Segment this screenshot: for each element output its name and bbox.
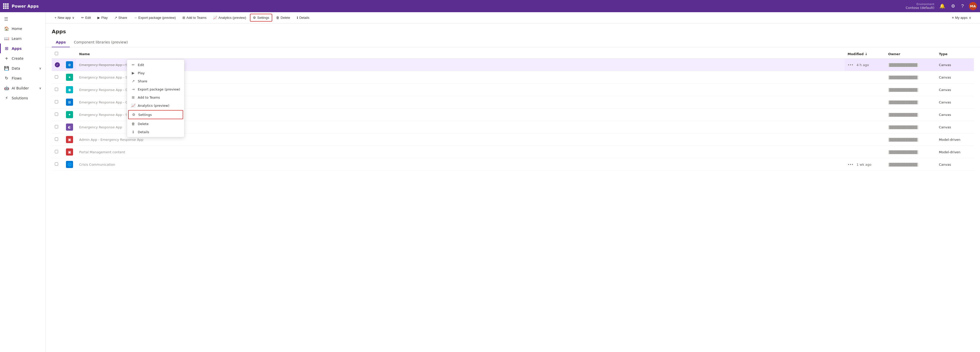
app-icon: ⊕: [66, 61, 73, 68]
sidebar-item-learn[interactable]: 📖 Learn: [0, 34, 45, 43]
main-content: Apps Apps Component libraries (preview): [46, 23, 980, 352]
sidebar-item-label: AI Builder: [12, 86, 29, 90]
owner-name: ████████████: [888, 138, 918, 142]
avatar[interactable]: MA: [969, 2, 977, 10]
teams-icon: ⊞: [182, 16, 185, 19]
context-menu-share[interactable]: ↗ Share: [127, 77, 184, 85]
share-button[interactable]: ↗ Share: [111, 14, 130, 21]
export-package-button[interactable]: → Export package (preview): [131, 14, 178, 21]
row-checkbox[interactable]: [55, 125, 58, 128]
app-type: Canvas: [936, 71, 974, 83]
environment-name: Contoso (default): [906, 6, 934, 10]
sidebar-item-label: Solutions: [12, 96, 28, 100]
app-type: Canvas: [936, 109, 974, 121]
modified-time: 1 wk ago: [856, 163, 872, 166]
more-icon-row1: •••: [848, 63, 853, 67]
sidebar-item-ai-builder[interactable]: 🤖 AI Builder ∨: [0, 83, 45, 93]
col-header-owner[interactable]: Owner: [885, 49, 936, 59]
sidebar-collapse-button[interactable]: ☰: [0, 14, 45, 24]
edit-button[interactable]: ✏ Edit: [78, 14, 94, 21]
table-row[interactable]: ◐ Emergency Response App ████████████ Ca…: [52, 121, 974, 133]
table-row[interactable]: ◉ Emergency Response App - Discharge pla…: [52, 83, 974, 96]
table-row[interactable]: ✦ Emergency Response App - Staffing need…: [52, 109, 974, 121]
select-all-checkbox[interactable]: [55, 52, 58, 55]
table-row[interactable]: ▣ Portal Management content ████████████…: [52, 146, 974, 158]
app-name: Portal Management content: [76, 146, 845, 158]
table-row[interactable]: ▣ Admin App - Emergency Response App ███…: [52, 133, 974, 146]
notification-button[interactable]: 🔔: [939, 2, 946, 10]
context-menu-play[interactable]: ▶ Play: [127, 69, 184, 77]
app-title: Power Apps: [12, 4, 39, 9]
app-icon: ◐: [66, 123, 73, 131]
app-name: Emergency Response App - Discharge plann…: [76, 83, 845, 96]
sidebar: ☰ 🏠 Home 📖 Learn ⊞ Apps + Create 💾 Data …: [0, 12, 46, 352]
context-menu-settings[interactable]: ⚙️ Settings: [128, 110, 183, 119]
app-name: Emergency Response App - COVID-19 data: [76, 96, 845, 109]
app-icon: ▣: [66, 136, 73, 143]
table-row[interactable]: 🌐 Crisis Communication ••• 1 wk ago ████…: [52, 158, 974, 171]
delete-button[interactable]: 🗑 Delete: [273, 14, 293, 21]
sidebar-item-home[interactable]: 🏠 Home: [0, 24, 45, 34]
context-menu-add-to-teams[interactable]: ⊞ Add to Teams: [127, 93, 184, 101]
ai-builder-icon: 🤖: [4, 86, 9, 91]
sidebar-item-label: Home: [12, 27, 22, 31]
row-checkbox[interactable]: [55, 100, 58, 104]
owner-name: ████████████: [888, 101, 918, 104]
sidebar-item-label: Data: [12, 66, 20, 70]
app-name: Admin App - Emergency Response App: [76, 133, 845, 146]
page-title: Apps: [52, 29, 974, 35]
sidebar-item-data[interactable]: 💾 Data ∨: [0, 63, 45, 73]
sidebar-item-flows[interactable]: ↻ Flows: [0, 73, 45, 83]
app-type: Canvas: [936, 158, 974, 171]
play-icon: ▶: [131, 71, 135, 75]
new-app-button[interactable]: + New app ∨: [52, 14, 77, 21]
context-menu-export[interactable]: → Export package (preview): [127, 85, 184, 93]
row-checkbox[interactable]: [55, 162, 58, 166]
tab-component-libraries[interactable]: Component libraries (preview): [70, 38, 132, 47]
analytics-icon: 📈: [131, 104, 135, 107]
app-name: Emergency Response App: [76, 121, 845, 133]
context-menu-edit[interactable]: ✏️ Edit: [127, 61, 184, 69]
table-row[interactable]: ⊞ Emergency Response App - COVID-19 data…: [52, 96, 974, 109]
sidebar-item-label: Flows: [12, 76, 22, 80]
app-launcher-icon[interactable]: [3, 3, 9, 9]
owner-name: ████████████: [888, 113, 918, 117]
row-checkbox[interactable]: [55, 150, 58, 153]
details-button[interactable]: ℹ Details: [294, 14, 312, 21]
table-row[interactable]: ✦ Emergency Response App - Self - equipm…: [52, 71, 974, 83]
row-checkbox[interactable]: [55, 113, 58, 116]
settings-button[interactable]: ⚙: [950, 2, 956, 10]
row-checkbox[interactable]: [55, 88, 58, 91]
row-check-selected[interactable]: ✓: [55, 62, 60, 67]
sidebar-item-create[interactable]: + Create: [0, 53, 45, 63]
apps-icon: ⊞: [4, 46, 9, 51]
add-to-teams-button[interactable]: ⊞ Add to Teams: [180, 14, 209, 21]
modified-time: 4 h ago: [856, 63, 869, 67]
context-menu-analytics[interactable]: 📈 Analytics (preview): [127, 101, 184, 110]
col-header-modified[interactable]: Modified ↓: [845, 49, 885, 59]
settings-button[interactable]: ⚙ Settings: [250, 14, 272, 22]
app-name: Emergency Response App - Self - equipmen…: [76, 71, 845, 83]
sidebar-item-solutions[interactable]: ⚡ Solutions: [0, 93, 45, 103]
learn-icon: 📖: [4, 36, 9, 41]
app-icon: ⊞: [66, 99, 73, 106]
analytics-button[interactable]: 📈 Analytics (preview): [210, 14, 249, 21]
environment-label: Environment: [916, 3, 934, 6]
environment-info[interactable]: Environment Contoso (default): [906, 3, 934, 10]
col-header-type[interactable]: Type: [936, 49, 974, 59]
row-checkbox[interactable]: [55, 75, 58, 78]
context-menu-delete[interactable]: 🗑 Delete: [127, 120, 184, 128]
my-apps-button[interactable]: ≡ My apps ∨: [949, 14, 974, 21]
row-checkbox[interactable]: [55, 138, 58, 141]
owner-name: ████████████: [888, 88, 918, 92]
help-button[interactable]: ?: [960, 3, 965, 10]
table-row[interactable]: ✓ ⊕ Emergency Response App - Supplier ••…: [52, 59, 974, 71]
app-icon: ▣: [66, 149, 73, 155]
col-header-name[interactable]: Name: [76, 49, 845, 59]
context-menu-details[interactable]: ℹ️ Details: [127, 128, 184, 136]
chevron-down-icon: ∨: [72, 16, 75, 19]
tab-apps[interactable]: Apps: [52, 38, 70, 47]
chevron-down-icon: ∨: [39, 67, 41, 70]
sidebar-item-apps[interactable]: ⊞ Apps: [0, 43, 45, 53]
play-button[interactable]: ▶ Play: [95, 14, 110, 21]
